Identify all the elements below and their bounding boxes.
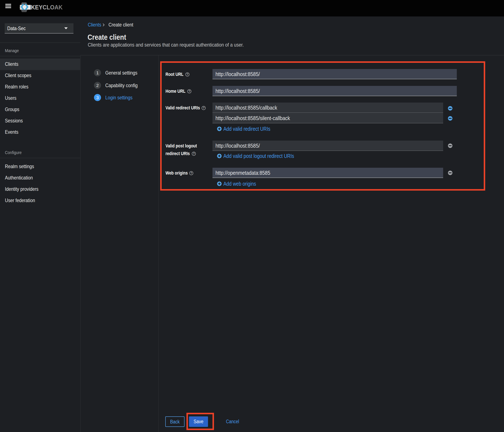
svg-text:KEYCLOAK: KEYCLOAK [31, 4, 63, 11]
